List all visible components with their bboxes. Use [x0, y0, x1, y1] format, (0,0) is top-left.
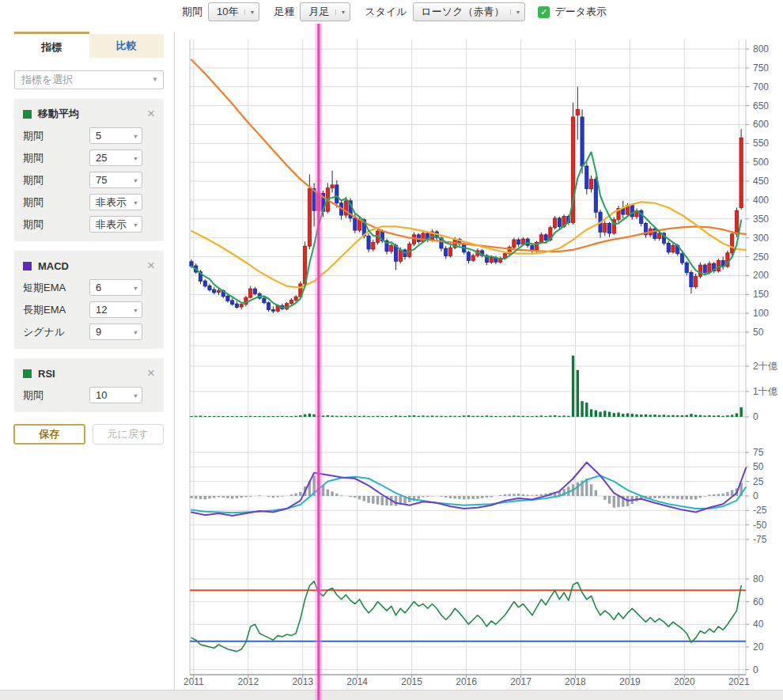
- bar-type-label: 足種: [274, 5, 294, 19]
- chevron-down-icon: ▼: [133, 388, 138, 403]
- macd-row-2: 長期EMA12▼: [23, 301, 155, 318]
- panel-title: RSI: [38, 368, 55, 380]
- svg-text:2014: 2014: [346, 676, 368, 687]
- ma-period4-select[interactable]: 非表示▼: [89, 194, 142, 210]
- ma-row-2: 期間25▼: [23, 149, 155, 166]
- close-icon[interactable]: ×: [147, 368, 155, 379]
- chevron-down-icon: ▼: [335, 9, 346, 15]
- svg-text:650: 650: [753, 100, 769, 112]
- svg-text:800: 800: [753, 44, 769, 55]
- svg-text:80: 80: [753, 573, 764, 585]
- moving-average-color-icon: [23, 110, 32, 119]
- macd-short-ema-select[interactable]: 6▼: [89, 279, 142, 296]
- close-icon[interactable]: ×: [147, 260, 155, 271]
- macd-color-icon: [23, 262, 32, 271]
- bar-type-select[interactable]: 月足▼: [300, 2, 350, 21]
- style-select[interactable]: ローソク（赤青）▼: [413, 2, 526, 21]
- ma-period2-select[interactable]: 25▼: [89, 149, 142, 166]
- svg-text:-25: -25: [753, 505, 767, 516]
- chevron-down-icon: ▼: [133, 281, 138, 296]
- svg-text:450: 450: [753, 176, 769, 187]
- svg-text:350: 350: [753, 214, 769, 225]
- svg-text:2017: 2017: [510, 676, 531, 687]
- panel-moving-average: 移動平均 × 期間5▼ 期間25▼ 期間75▼ 期間非表示▼ 期間非表示▼: [14, 99, 164, 241]
- svg-text:50: 50: [753, 327, 764, 338]
- svg-text:500: 500: [753, 157, 769, 168]
- svg-text:2015: 2015: [401, 676, 422, 687]
- chevron-down-icon: ▼: [152, 71, 158, 89]
- ma-period5-select[interactable]: 非表示▼: [89, 216, 142, 233]
- panel-rsi: RSI × 期間10▼: [14, 358, 164, 412]
- svg-text:-50: -50: [753, 520, 767, 531]
- data-display-checkbox[interactable]: ✓: [538, 6, 550, 18]
- tab-compare[interactable]: 比較: [89, 34, 165, 58]
- period-value: 10年: [217, 5, 238, 19]
- svg-text:700: 700: [753, 81, 769, 93]
- macd-long-ema-select[interactable]: 12▼: [89, 301, 142, 318]
- chart-toolbar: 期間 10年▼ 足種 月足▼ スタイル ローソク（赤青）▼ ✓ データ表示: [182, 0, 607, 24]
- svg-text:750: 750: [753, 62, 769, 74]
- rsi-period-select[interactable]: 10▼: [89, 387, 142, 403]
- svg-text:2019: 2019: [619, 676, 641, 687]
- svg-text:2011: 2011: [183, 676, 204, 687]
- chevron-down-icon: ▼: [133, 325, 138, 340]
- panel-macd: MACD × 短期EMA6▼ 長期EMA12▼ シグナル9▼: [14, 251, 164, 349]
- macd-row-3: シグナル9▼: [23, 324, 155, 340]
- chevron-down-icon: ▼: [133, 129, 138, 144]
- chevron-down-icon: ▼: [133, 218, 138, 233]
- ma-row-3: 期間75▼: [23, 172, 155, 188]
- svg-text:2021: 2021: [728, 676, 750, 687]
- period-select[interactable]: 10年▼: [208, 2, 259, 21]
- rsi-layer: [190, 581, 746, 652]
- save-button[interactable]: 保存: [13, 424, 85, 445]
- tab-indicators[interactable]: 指標: [14, 32, 89, 60]
- ma-row-4: 期間非表示▼: [23, 194, 155, 210]
- svg-text:0: 0: [753, 664, 758, 675]
- svg-text:40: 40: [753, 619, 764, 630]
- ma-period1-select[interactable]: 5▼: [89, 127, 142, 144]
- macd-signal-select[interactable]: 9▼: [89, 324, 142, 340]
- ma-row-5: 期間非表示▼: [23, 216, 155, 233]
- svg-text:1十億: 1十億: [753, 386, 778, 397]
- grid-layer: [190, 40, 746, 675]
- svg-text:2012: 2012: [237, 676, 259, 687]
- svg-text:25: 25: [753, 476, 764, 487]
- bar-type-value: 月足: [308, 5, 329, 19]
- svg-text:60: 60: [753, 596, 764, 607]
- moving-average-layer: [191, 59, 746, 308]
- macd-layer: [190, 463, 746, 516]
- indicator-select[interactable]: 指標を選択 ▼: [14, 70, 164, 89]
- svg-text:300: 300: [753, 233, 769, 244]
- svg-text:50: 50: [753, 461, 764, 472]
- svg-text:2十億: 2十億: [753, 361, 778, 372]
- svg-text:2020: 2020: [674, 676, 695, 687]
- chevron-down-icon: ▼: [510, 9, 520, 15]
- chevron-down-icon: ▼: [133, 195, 138, 210]
- period-label: 期間: [182, 5, 202, 19]
- chevron-down-icon: ▼: [133, 151, 138, 166]
- stock-chart-app: 期間 10年▼ 足種 月足▼ スタイル ローソク（赤青）▼ ✓ データ表示 指標…: [0, 0, 783, 700]
- chevron-down-icon: ▼: [133, 173, 138, 188]
- svg-text:150: 150: [753, 289, 769, 300]
- macd-row-1: 短期EMA6▼: [23, 279, 155, 296]
- panel-title: 移動平均: [38, 107, 79, 121]
- svg-text:250: 250: [753, 252, 769, 263]
- indicator-sidebar: 指標 比較 指標を選択 ▼ 移動平均 × 期間5▼ 期間25▼ 期間75▼ 期間…: [0, 32, 174, 445]
- style-value: ローソク（赤青）: [422, 5, 505, 19]
- ma-period3-select[interactable]: 75▼: [89, 172, 142, 188]
- svg-text:2013: 2013: [292, 676, 313, 687]
- svg-text:400: 400: [753, 195, 769, 206]
- svg-text:200: 200: [753, 270, 769, 281]
- chart-svg[interactable]: 2011201220132014201520162017201820192020…: [180, 24, 783, 700]
- indicator-select-placeholder: 指標を選択: [21, 74, 73, 85]
- data-display-label: データ表示: [554, 5, 607, 19]
- svg-text:0: 0: [753, 411, 758, 422]
- svg-text:0: 0: [753, 490, 758, 501]
- svg-text:600: 600: [753, 119, 769, 130]
- reset-button[interactable]: 元に戻す: [93, 424, 164, 445]
- svg-text:2016: 2016: [456, 676, 477, 687]
- svg-text:-75: -75: [753, 534, 767, 545]
- svg-text:20: 20: [753, 641, 764, 653]
- style-label: スタイル: [365, 5, 407, 19]
- close-icon[interactable]: ×: [147, 108, 155, 119]
